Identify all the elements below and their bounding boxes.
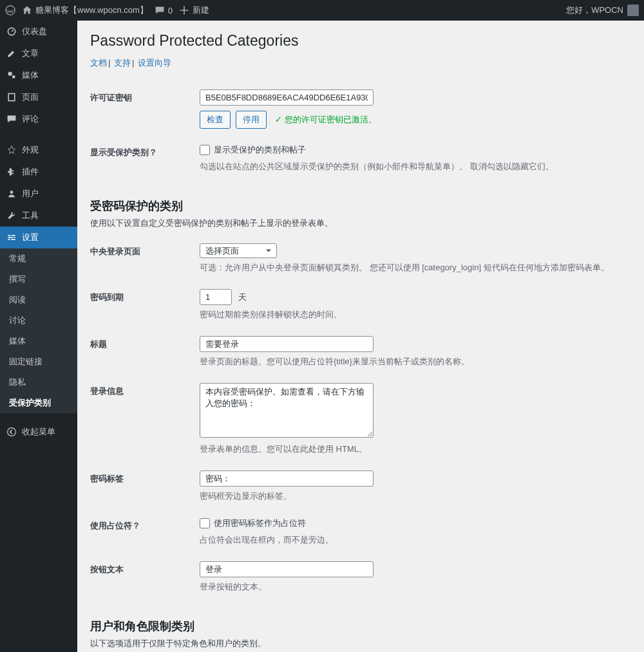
svg-point-12 — [8, 428, 16, 436]
section-password-desc: 使用以下设置自定义受密码保护的类别和帖子上显示的登录表单。 — [90, 218, 631, 229]
sidebar-item-tools[interactable]: 工具 — [0, 205, 77, 227]
button-text-desc: 登录按钮的文本。 — [200, 581, 625, 593]
submenu-general[interactable]: 常规 — [0, 248, 77, 269]
visibility-checkbox[interactable] — [200, 145, 210, 155]
sidebar-item-label: 媒体 — [22, 70, 39, 81]
login-page-desc: 可选：允许用户从中央登录页面解锁其类别。 您还可以使用 [category_lo… — [200, 262, 625, 274]
admin-sidebar: 仪表盘 文章 媒体 页面 评论 外观 插件 用户 工具 设置 常规 撰写 阅读 … — [0, 21, 77, 652]
disable-button[interactable]: 停用 — [236, 111, 267, 129]
svg-rect-10 — [8, 239, 10, 240]
wp-logo-icon[interactable] — [5, 5, 15, 15]
submenu-writing[interactable]: 撰写 — [0, 269, 77, 290]
expiry-label: 密码到期 — [90, 281, 200, 328]
sidebar-item-plugins[interactable]: 插件 — [0, 161, 77, 183]
comments-link[interactable]: 0 — [155, 5, 173, 15]
new-link[interactable]: 新建 — [179, 5, 209, 16]
sidebar-item-label: 用户 — [22, 188, 39, 200]
admin-bar: 糖果博客【www.wpocn.com】 0 新建 您好，WPOCN — [0, 0, 644, 21]
button-text-label: 按钮文本 — [90, 554, 200, 601]
svg-point-3 — [12, 75, 15, 79]
sidebar-item-comments[interactable]: 评论 — [0, 108, 77, 130]
section-role-desc: 以下选项适用于仅限于特定角色和用户的类别。 — [90, 638, 631, 649]
sidebar-item-appearance[interactable]: 外观 — [0, 139, 77, 161]
docs-link[interactable]: 文档 — [90, 58, 107, 68]
svg-rect-11 — [11, 239, 15, 240]
svg-point-2 — [8, 71, 12, 75]
collapse-menu[interactable]: 收起菜单 — [0, 421, 77, 443]
avatar[interactable] — [627, 5, 639, 16]
expiry-desc: 密码过期前类别保持解锁状态的时间。 — [200, 309, 625, 321]
placeholder-desc: 占位符会出现在框内，而不是旁边。 — [200, 534, 625, 546]
placeholder-label: 使用占位符？ — [90, 510, 200, 554]
expiry-unit: 天 — [238, 292, 247, 302]
sidebar-item-label: 插件 — [22, 166, 39, 178]
visibility-label: 显示受保护类别？ — [90, 136, 200, 180]
sidebar-item-posts[interactable]: 文章 — [0, 42, 77, 64]
help-links: 文档| 支持| 设置向导 — [90, 57, 631, 69]
submenu-discussion[interactable]: 讨论 — [0, 310, 77, 331]
sidebar-item-label: 仪表盘 — [22, 26, 47, 37]
expiry-input[interactable] — [200, 289, 232, 305]
pw-label-label: 密码标签 — [90, 463, 200, 510]
login-msg-desc: 登录表单的信息。您可以在此处使用 HTML。 — [200, 443, 625, 455]
submenu-reading[interactable]: 阅读 — [0, 290, 77, 310]
sidebar-item-pages[interactable]: 页面 — [0, 86, 77, 108]
pw-label-desc: 密码框旁边显示的标签。 — [200, 490, 625, 502]
svg-point-5 — [10, 191, 14, 194]
login-page-label: 中央登录页面 — [90, 236, 200, 281]
license-label: 许可证密钥 — [90, 82, 200, 136]
submenu-protected-categories[interactable]: 受保护类别 — [0, 393, 77, 413]
placeholder-checkbox-label[interactable]: 使用密码标签作为占位符 — [200, 517, 306, 529]
sidebar-item-label: 工具 — [22, 210, 39, 221]
svg-rect-8 — [8, 237, 12, 238]
svg-rect-9 — [14, 237, 15, 238]
main-content: Password Protected Categories 文档| 支持| 设置… — [77, 21, 644, 652]
svg-rect-4 — [8, 93, 15, 100]
placeholder-checkbox[interactable] — [200, 518, 210, 528]
title-desc: 登录页面的标题。您可以使用占位符{title}来显示当前帖子或类别的名称。 — [200, 356, 625, 368]
submenu-media[interactable]: 媒体 — [0, 331, 77, 351]
page-title: Password Protected Categories — [90, 32, 631, 50]
title-input[interactable] — [200, 336, 374, 352]
sidebar-item-dashboard[interactable]: 仪表盘 — [0, 21, 77, 42]
sidebar-item-label: 页面 — [22, 91, 39, 103]
section-role-title: 用户和角色限制类别 — [90, 619, 631, 634]
sidebar-item-label: 外观 — [22, 144, 39, 156]
submenu-permalinks[interactable]: 固定链接 — [0, 351, 77, 372]
settings-submenu: 常规 撰写 阅读 讨论 媒体 固定链接 隐私 受保护类别 — [0, 248, 77, 413]
greeting-text[interactable]: 您好，WPOCN — [566, 5, 623, 16]
support-link[interactable]: 支持 — [114, 58, 131, 68]
visibility-checkbox-label[interactable]: 显示受保护的类别和帖子 — [200, 144, 306, 156]
sidebar-item-users[interactable]: 用户 — [0, 183, 77, 205]
site-title[interactable]: 糖果博客【www.wpocn.com】 — [22, 5, 148, 16]
collapse-label: 收起菜单 — [22, 426, 55, 438]
sidebar-item-media[interactable]: 媒体 — [0, 64, 77, 86]
wizard-link[interactable]: 设置向导 — [138, 58, 171, 68]
login-msg-label: 登录信息 — [90, 375, 200, 463]
sidebar-item-label: 文章 — [22, 48, 39, 59]
svg-rect-6 — [8, 235, 10, 236]
sidebar-item-settings[interactable]: 设置 — [0, 227, 77, 248]
title-field-label: 标题 — [90, 328, 200, 375]
pw-label-input[interactable] — [200, 470, 374, 487]
svg-rect-7 — [12, 235, 15, 236]
submenu-privacy[interactable]: 隐私 — [0, 372, 77, 393]
button-text-input[interactable] — [200, 561, 374, 577]
section-password-title: 受密码保护的类别 — [90, 198, 631, 214]
login-page-select[interactable]: 选择页面 — [200, 243, 277, 258]
visibility-desc: 勾选以在站点的公共区域显示受保护的类别（例如小部件和导航菜单）。 取消勾选以隐藏… — [200, 161, 625, 172]
check-button[interactable]: 检查 — [200, 111, 231, 129]
sidebar-item-label: 设置 — [22, 232, 39, 243]
license-key-input[interactable] — [200, 89, 374, 106]
sidebar-item-label: 评论 — [22, 113, 39, 125]
login-msg-textarea[interactable]: 本内容受密码保护。如需查看，请在下方输入您的密码： — [200, 383, 374, 438]
license-status: ✓ 您的许可证密钥已激活。 — [275, 115, 377, 124]
